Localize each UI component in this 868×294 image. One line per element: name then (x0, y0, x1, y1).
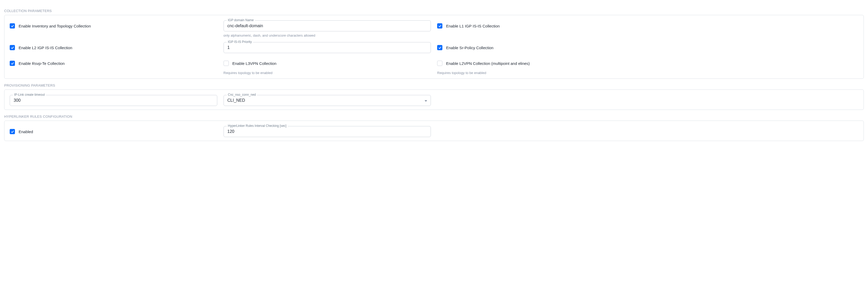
enable-sr-checkbox[interactable] (437, 45, 442, 50)
enable-l2vpn-checkbox[interactable] (437, 61, 442, 66)
hyperlinker-section-title: HYPERLINKER RULES CONFIGURATION (4, 115, 864, 118)
enable-l2vpn-label: Enable L2VPN Collection (multipoint and … (446, 61, 530, 66)
isis-priority-input[interactable] (223, 42, 431, 53)
enable-inventory-label: Enable Inventory and Topology Collection (19, 24, 91, 28)
enable-l2vpn-hint: Requires topology to be enabled (437, 71, 645, 75)
cnc-nso-field: Cnc_nso_conn_ned (223, 95, 431, 106)
enable-l2-checkbox[interactable] (10, 45, 15, 50)
enable-l2vpn-row: Enable L2VPN Collection (multipoint and … (437, 58, 645, 69)
enable-inventory-checkbox[interactable] (10, 23, 15, 29)
hyperlinker-interval-input[interactable] (223, 126, 431, 137)
isis-priority-field: IGP IS-IS Priority (223, 42, 431, 53)
cnc-nso-label: Cnc_nso_conn_ned (227, 93, 257, 97)
cnc-nso-select[interactable] (223, 95, 431, 106)
enable-sr-row: Enable Sr-Policy Collection (437, 42, 645, 53)
collection-section-title: COLLECTION PARAMETERS (4, 9, 864, 13)
ip-link-timeout-field: IP-Link create timeout (10, 95, 217, 106)
enable-l3vpn-checkbox[interactable] (223, 61, 229, 66)
igp-domain-field: IGP domain Name only alphanumeric, dash,… (223, 21, 431, 37)
enable-l2vpn-col: Enable L2VPN Collection (multipoint and … (437, 58, 645, 75)
isis-priority-label: IGP IS-IS Priority (227, 40, 253, 44)
enable-l2-label: Enable L2 IGP IS-IS Collection (19, 45, 72, 50)
igp-domain-hint: only alphanumeric, dash, and underscore … (223, 34, 431, 37)
hyperlinker-enabled-label: Enabled (19, 130, 33, 134)
enable-inventory-row: Enable Inventory and Topology Collection (10, 21, 217, 31)
enable-l3vpn-label: Enable L3VPN Collection (232, 61, 277, 66)
enable-sr-label: Enable Sr-Policy Collection (446, 45, 494, 50)
check-icon (11, 24, 14, 28)
check-icon (11, 46, 14, 49)
enable-l3vpn-row: Enable L3VPN Collection (223, 58, 431, 69)
igp-domain-label: IGP domain Name (227, 18, 255, 22)
ip-link-timeout-input[interactable] (10, 95, 217, 106)
check-icon (11, 130, 14, 134)
check-icon (11, 62, 14, 65)
provisioning-section-title: PROVISIONING PARAMETERS (4, 83, 864, 87)
collection-panel: Enable Inventory and Topology Collection… (4, 15, 864, 79)
enable-l2-row: Enable L2 IGP IS-IS Collection (10, 42, 217, 53)
enable-l1-row: Enable L1 IGP IS-IS Collection (437, 21, 645, 31)
enable-l1-checkbox[interactable] (437, 23, 442, 29)
hyperlinker-enabled-row: Enabled (10, 126, 217, 137)
check-icon (438, 24, 442, 28)
igp-domain-input[interactable] (223, 21, 431, 31)
hyperlinker-interval-field: HyperLinker Rules Interval Checking [sec… (223, 126, 431, 137)
enable-l3vpn-col: Enable L3VPN Collection Requires topolog… (223, 58, 431, 75)
hyperlinker-panel: Enabled HyperLinker Rules Interval Check… (4, 120, 864, 141)
check-icon (438, 46, 442, 49)
hyperlinker-enabled-checkbox[interactable] (10, 129, 15, 134)
hyperlinker-interval-label: HyperLinker Rules Interval Checking [sec… (227, 124, 288, 127)
enable-l3vpn-hint: Requires topology to be enabled (223, 71, 431, 75)
enable-rsvp-label: Enable Rsvp-Te Collection (19, 61, 65, 66)
enable-rsvp-row: Enable Rsvp-Te Collection (10, 58, 217, 69)
provisioning-panel: IP-Link create timeout Cnc_nso_conn_ned (4, 89, 864, 110)
ip-link-timeout-label: IP-Link create timeout (13, 93, 46, 97)
enable-l1-label: Enable L1 IGP IS-IS Collection (446, 24, 500, 28)
enable-rsvp-checkbox[interactable] (10, 61, 15, 66)
